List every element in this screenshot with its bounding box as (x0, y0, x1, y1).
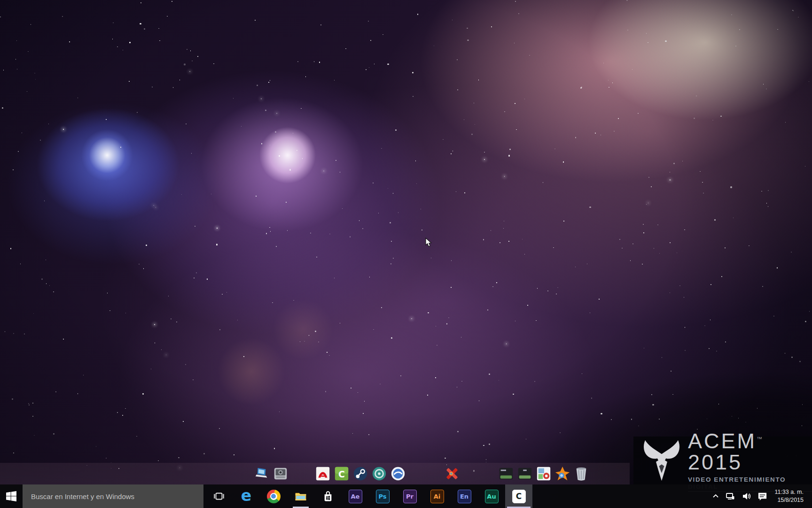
chrome-icon (267, 490, 281, 503)
volume-icon (742, 492, 751, 501)
camtasia-shortcut-icon[interactable]: C (334, 466, 350, 482)
illustrator-icon: Ai (430, 490, 444, 503)
format-factory-shortcut-icon[interactable] (371, 466, 387, 482)
edge-button[interactable]: e (233, 484, 260, 508)
desktop-shortcut-row: C (254, 465, 592, 483)
after-effects-button[interactable]: Ae (342, 484, 369, 508)
laptop-shortcut-icon[interactable] (254, 466, 270, 482)
tray-expand-button[interactable] (709, 484, 722, 508)
trademark-symbol: ™ (757, 436, 762, 442)
edge-icon: e (241, 488, 251, 503)
illustrator-button[interactable]: Ai (423, 484, 451, 508)
mouse-cursor (425, 238, 432, 247)
store-icon (322, 490, 334, 502)
blue-ball-app-shortcut-icon[interactable] (390, 466, 406, 482)
watermark-year: 2015 (688, 450, 742, 474)
watermark-title: ACEM™ 2015 (688, 430, 812, 473)
file-explorer-button[interactable] (287, 484, 314, 508)
chevron-up-icon (712, 493, 719, 500)
volume-button[interactable] (738, 484, 754, 508)
media-gallery-shortcut-icon[interactable] (536, 466, 552, 482)
task-view-button[interactable] (205, 484, 233, 508)
clock-date: 15/8/2015 (774, 496, 804, 505)
steam-shortcut-icon[interactable] (352, 466, 368, 482)
recycle-bin-icon[interactable] (573, 466, 589, 482)
clock-time: 11:33 a. m. (774, 488, 804, 497)
acem-watermark: ACEM™ 2015 VIDEO ENTRETENIMIENTO DIGITAL (633, 437, 812, 485)
premiere-button[interactable]: Pr (396, 484, 423, 508)
taskbar: e Ae (0, 484, 812, 508)
premiere-icon: Pr (403, 490, 417, 503)
avast-shortcut-icon[interactable] (554, 466, 570, 482)
audition-button[interactable]: Au (478, 484, 505, 508)
audition-icon: Au (485, 490, 499, 503)
camtasia-button[interactable]: C (505, 484, 532, 508)
console-app-2-shortcut-icon[interactable] (517, 466, 533, 482)
red-x-app-shortcut-icon[interactable] (444, 466, 460, 482)
file-explorer-icon (294, 490, 307, 503)
system-tray: 11:33 a. m. 15/8/2015 (709, 484, 808, 508)
desktop: ACEM™ 2015 VIDEO ENTRETENIMIENTO DIGITAL… (0, 0, 812, 508)
action-center-icon (757, 492, 767, 501)
screen-capture-shortcut-icon[interactable] (273, 466, 289, 482)
bull-head-logo-icon (640, 438, 683, 484)
action-center-button[interactable] (754, 484, 771, 508)
photoshop-button[interactable]: Ps (369, 484, 396, 508)
network-button[interactable] (722, 484, 738, 508)
task-view-icon (213, 490, 225, 502)
windows-store-button[interactable] (314, 484, 342, 508)
after-effects-icon: Ae (349, 490, 362, 503)
svg-text:C: C (338, 469, 345, 479)
windows-logo-icon (6, 491, 16, 501)
console-app-shortcut-icon[interactable] (498, 466, 514, 482)
camtasia-icon: C (512, 490, 526, 503)
photoshop-icon: Ps (376, 490, 390, 503)
encore-icon: En (458, 490, 471, 503)
adobe-reader-shortcut-icon[interactable] (315, 466, 331, 482)
encore-button[interactable]: En (451, 484, 478, 508)
taskbar-clock[interactable]: 11:33 a. m. 15/8/2015 (771, 484, 808, 508)
search-input[interactable] (23, 492, 203, 501)
network-icon (726, 492, 735, 501)
start-button[interactable] (0, 484, 23, 508)
taskbar-search[interactable] (23, 484, 203, 508)
chrome-button[interactable] (260, 484, 287, 508)
